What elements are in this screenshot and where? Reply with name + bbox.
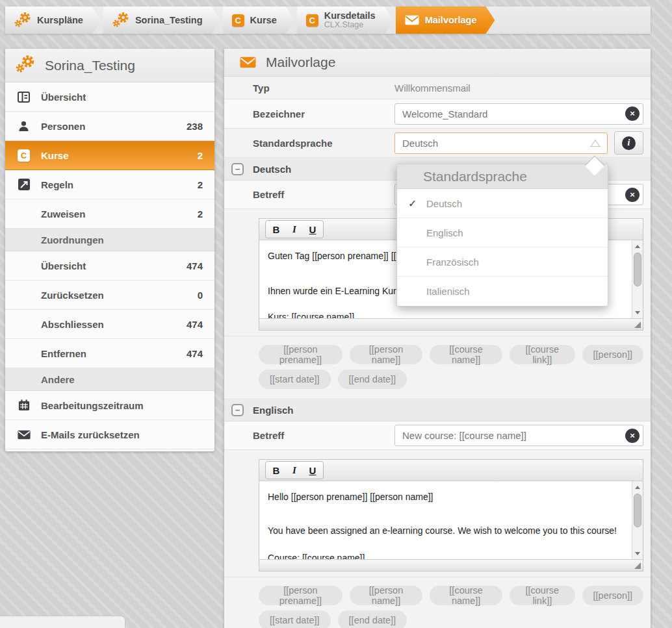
item-label: Regeln: [41, 179, 73, 190]
resize-handle-icon[interactable]: [634, 321, 641, 328]
underline-button[interactable]: U: [304, 462, 321, 478]
section-title: Englisch: [253, 405, 294, 416]
token-end-date[interactable]: [[end date]]: [338, 370, 407, 389]
item-count: 2: [198, 150, 203, 161]
tab-kursplaene[interactable]: Kurspläne: [5, 6, 101, 34]
item-count: 2: [198, 208, 203, 220]
calendar-icon: [17, 399, 31, 411]
tab-mailvorlage[interactable]: Mailvorlage: [396, 6, 495, 34]
gears-icon: [16, 55, 35, 76]
item-count: 2: [198, 179, 203, 190]
item-count: 474: [187, 260, 203, 271]
token-person[interactable]: [[person]]: [582, 345, 643, 364]
clear-icon[interactable]: ×: [625, 107, 640, 121]
italic-button[interactable]: I: [286, 462, 303, 478]
token-person-prename[interactable]: [[person prename]]: [259, 586, 342, 605]
bold-button[interactable]: B: [268, 462, 285, 478]
token-person[interactable]: [[person]]: [582, 586, 643, 605]
tab-label: Sorina_Testing: [135, 15, 203, 25]
sidebar-item-emails-zuruecksetzen[interactable]: E-Mails zurücksetzen: [5, 420, 214, 449]
dropdown-option-englisch[interactable]: Englisch: [397, 218, 608, 247]
sidebar-item-regeln[interactable]: Regeln 2: [5, 170, 214, 199]
token-start-date[interactable]: [[start date]]: [259, 370, 331, 389]
editor-statusbar: [259, 559, 643, 571]
item-label: Bearbeitungszeitraum: [41, 400, 144, 411]
sidebar-item-zuruecksetzen[interactable]: Zurücksetzen 0: [5, 281, 214, 310]
clear-icon[interactable]: ×: [625, 188, 640, 202]
editor-body-englisch[interactable]: Hello [[person prename]] [[person name]]…: [259, 481, 643, 559]
editor-scrollbar[interactable]: [632, 240, 643, 318]
bezeichner-input[interactable]: [394, 103, 643, 125]
sidebar-subheader-zuordnungen[interactable]: Zuordnungen: [5, 229, 214, 251]
resize-handle-icon[interactable]: [634, 562, 641, 569]
betreff-input-englisch[interactable]: [394, 425, 643, 446]
dropdown-option-deutsch[interactable]: ✓ Deutsch: [397, 189, 608, 218]
italic-button[interactable]: I: [286, 221, 303, 237]
token-end-date[interactable]: [[end date]]: [338, 610, 407, 628]
mail-template-panel: Mailvorlage Typ Willkommensmail Bezeichn…: [224, 49, 651, 628]
sidebar-item-uebersicht-2[interactable]: Übersicht 474: [5, 251, 214, 281]
sidebar-item-abschliessen[interactable]: Abschliessen 474: [5, 310, 214, 339]
clear-icon[interactable]: ×: [625, 429, 640, 443]
option-label: Deutsch: [426, 198, 462, 209]
token-course-name[interactable]: [[course name]]: [430, 586, 502, 605]
dropdown-option-franzoesisch[interactable]: Französisch: [397, 247, 608, 277]
item-label: Übersicht: [41, 92, 86, 103]
sidebar-subheader-andere[interactable]: Andere: [5, 368, 214, 391]
tab-sublabel: CLX.Stage: [324, 21, 376, 29]
course-icon: C: [306, 14, 318, 27]
scrollbar-thumb[interactable]: [634, 253, 641, 286]
page-title: Mailvorlage: [266, 55, 335, 70]
dropdown-option-italienisch[interactable]: Italienisch: [397, 277, 608, 306]
section-header-englisch: − Englisch: [224, 399, 651, 421]
token-course-link[interactable]: [[course link]]: [510, 345, 575, 364]
gears-icon: [112, 12, 129, 29]
chevron-up-icon[interactable]: [590, 140, 601, 147]
editor-statusbar: [259, 318, 643, 330]
scrollbar-thumb[interactable]: [634, 494, 641, 527]
language-dropdown: Standardsprache ✓ Deutsch Englisch Franz…: [396, 164, 608, 307]
standardsprache-select[interactable]: [394, 132, 608, 154]
tab-label: Kursdetails: [324, 11, 376, 21]
typ-label: Typ: [253, 82, 394, 94]
sidebar-item-personen[interactable]: Personen 238: [5, 112, 214, 141]
editor-scrollbar[interactable]: [632, 481, 643, 559]
scroll-up-icon[interactable]: [632, 241, 643, 251]
item-label: Personen: [41, 121, 85, 132]
sidebar-item-uebersicht[interactable]: Übersicht: [5, 82, 214, 112]
item-count: 238: [187, 121, 203, 132]
item-label: Kurse: [41, 150, 69, 161]
editor-line: Kurs: [[course name]]: [268, 312, 623, 318]
item-count: 474: [187, 319, 203, 330]
token-start-date[interactable]: [[start date]]: [259, 610, 331, 628]
collapse-icon[interactable]: −: [231, 404, 244, 416]
token-person-name[interactable]: [[person name]]: [350, 586, 422, 605]
token-person-name[interactable]: [[person name]]: [350, 345, 422, 364]
token-course-link[interactable]: [[course link]]: [510, 586, 575, 605]
sidebar-item-kurse[interactable]: C Kurse 2: [5, 141, 214, 170]
sidebar-item-bearbeitungszeitraum[interactable]: Bearbeitungszeitraum: [5, 391, 214, 420]
item-label: Andere: [41, 374, 75, 385]
token-course-name[interactable]: [[course name]]: [430, 345, 502, 364]
typ-value: Willkommensmail: [394, 82, 471, 94]
scroll-down-icon[interactable]: [632, 307, 643, 318]
tab-kurse[interactable]: C Kurse: [223, 6, 295, 34]
tab-kursdetails[interactable]: C Kursdetails CLX.Stage: [297, 6, 394, 34]
collapse-icon[interactable]: −: [231, 163, 244, 175]
main-header: Mailvorlage: [224, 49, 651, 77]
scroll-up-icon[interactable]: [632, 482, 643, 492]
scroll-down-icon[interactable]: [632, 548, 643, 559]
bold-button[interactable]: B: [268, 221, 285, 237]
editor-line: Hello [[person prename]] [[person name]]: [268, 492, 623, 502]
underline-button[interactable]: U: [304, 221, 321, 237]
row-betreff-englisch: Betreff ×: [224, 421, 651, 450]
item-label: Zuordnungen: [41, 234, 104, 245]
info-button[interactable]: i: [614, 131, 643, 155]
tab-sorina-testing[interactable]: Sorina_Testing: [103, 6, 221, 34]
course-icon: C: [17, 149, 31, 162]
sidebar-item-zuweisen[interactable]: Zuweisen 2: [5, 199, 214, 229]
mail-icon: [240, 57, 256, 68]
sidebar-item-entfernen[interactable]: Entfernen 474: [5, 339, 214, 368]
token-person-prename[interactable]: [[person prename]]: [259, 345, 342, 364]
item-count: 0: [198, 290, 203, 301]
